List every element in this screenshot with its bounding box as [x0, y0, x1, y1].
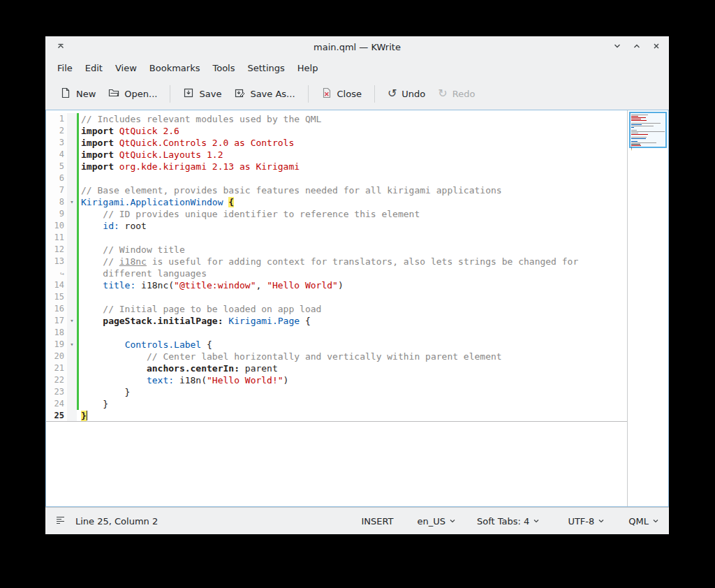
code-text[interactable]: Kirigami.ApplicationWindow {	[79, 196, 627, 208]
code-line-9[interactable]: 9 // ID provides unique identifier to re…	[46, 208, 627, 220]
toolbar-open-button[interactable]: Open...	[102, 82, 163, 105]
code-line-14[interactable]: 14 title: i18nc("@title:window", "Hello …	[46, 279, 627, 291]
fold-toggle-icon[interactable]: ▾	[67, 315, 77, 327]
titlebar[interactable]: main.qml — KWrite	[45, 36, 669, 58]
code-line-1[interactable]: 1// Includes relevant modules used by th…	[46, 113, 627, 125]
line-number[interactable]: 25	[46, 410, 67, 421]
code-line-17[interactable]: 17▾ pageStack.initialPage: Kirigami.Page…	[46, 315, 627, 327]
line-number[interactable]: 9	[46, 208, 67, 220]
code-text[interactable]: // Window title	[79, 244, 627, 256]
code-line-5[interactable]: 5import org.kde.kirigami 2.13 as Kirigam…	[46, 161, 627, 172]
line-number[interactable]: 3	[46, 137, 67, 149]
encoding-dropdown[interactable]: UTF-8	[568, 516, 605, 527]
line-number[interactable]: 7	[46, 184, 67, 196]
code-text[interactable]: }	[79, 386, 627, 398]
code-line-24[interactable]: 24 }	[46, 398, 627, 410]
code-text[interactable]: import QtQuick.Layouts 1.2	[79, 149, 627, 161]
line-number[interactable]: 21	[46, 362, 67, 374]
code-text[interactable]: // Base element, provides basic features…	[79, 184, 627, 196]
keep-above-button[interactable]	[51, 38, 71, 57]
code-text[interactable]: import QtQuick.Controls 2.0 as Controls	[79, 137, 627, 149]
line-number[interactable]: 22	[46, 374, 67, 386]
code-line-2[interactable]: 2import QtQuick 2.6	[46, 125, 627, 137]
code-line-15[interactable]: 15	[46, 291, 627, 303]
statusbar-menu-button[interactable]	[55, 515, 66, 527]
toolbar-save-button[interactable]: Save	[177, 82, 228, 105]
code-text[interactable]: import QtQuick 2.6	[79, 125, 627, 137]
code-text[interactable]: title: i18nc("@title:window", "Hello Wor…	[79, 279, 627, 291]
dictionary-dropdown[interactable]: en_US	[418, 516, 457, 527]
code-line-16[interactable]: 16 // Initial page to be loaded on app l…	[46, 303, 627, 315]
toolbar-save-as-button[interactable]: Save As...	[228, 82, 301, 105]
code-text[interactable]: }	[79, 410, 627, 421]
input-mode-status[interactable]: INSERT	[361, 516, 393, 527]
line-number[interactable]: 11	[46, 232, 67, 244]
toolbar-redo-button[interactable]: ↻Redo	[432, 83, 481, 104]
code-line-8[interactable]: 8▾Kirigami.ApplicationWindow {	[46, 196, 627, 208]
line-number[interactable]: 1	[46, 113, 67, 125]
code-text[interactable]: Controls.Label {	[79, 339, 627, 351]
code-line-23[interactable]: 23 }	[46, 386, 627, 398]
highlight-mode-dropdown[interactable]: QML	[628, 516, 659, 527]
code-text[interactable]: text: i18n("Hello World!")	[79, 374, 627, 386]
code-line-19[interactable]: 19▾ Controls.Label {	[46, 339, 627, 351]
line-number[interactable]: 2	[46, 125, 67, 137]
menu-bookmarks[interactable]: Bookmarks	[143, 60, 207, 76]
cursor-position-status[interactable]: Line 25, Column 2	[75, 516, 158, 527]
line-number[interactable]: 12	[46, 244, 67, 256]
close-button[interactable]	[647, 38, 666, 57]
line-number[interactable]: 16	[46, 303, 67, 315]
code-text[interactable]: // Includes relevant modules used by the…	[79, 113, 627, 125]
line-number[interactable]: 19	[46, 339, 67, 351]
maximize-button[interactable]	[627, 38, 647, 57]
code-line-11[interactable]: 11	[46, 232, 627, 244]
line-number[interactable]: 8	[46, 196, 67, 208]
menu-help[interactable]: Help	[291, 60, 325, 76]
code-text[interactable]	[79, 291, 627, 303]
code-line-21[interactable]: 21 anchors.centerIn: parent	[46, 362, 627, 374]
toolbar-new-button[interactable]: New	[54, 82, 102, 105]
toolbar-undo-button[interactable]: ↺Undo	[381, 83, 432, 104]
minimize-button[interactable]	[607, 38, 627, 57]
line-number[interactable]: 4	[46, 149, 67, 161]
fold-toggle-icon[interactable]: ▾	[67, 196, 77, 208]
fold-toggle-icon[interactable]: ▾	[67, 339, 77, 351]
code-text[interactable]: // i18nc is useful for adding context fo…	[79, 256, 627, 267]
wrap-marker-icon[interactable]: ↪	[46, 267, 67, 279]
code-text[interactable]: // Initial page to be loaded on app load	[79, 303, 627, 315]
line-number[interactable]: 20	[46, 351, 67, 362]
menu-tools[interactable]: Tools	[206, 60, 241, 76]
code-line-7[interactable]: 7// Base element, provides basic feature…	[46, 184, 627, 196]
code-line-wrap[interactable]: ↪ different languages	[46, 267, 627, 279]
line-number[interactable]: 10	[46, 220, 67, 232]
toolbar-close-button[interactable]: Close	[315, 82, 368, 105]
code-line-4[interactable]: 4import QtQuick.Layouts 1.2	[46, 149, 627, 161]
menu-edit[interactable]: Edit	[79, 60, 109, 76]
line-number[interactable]: 24	[46, 398, 67, 410]
line-number[interactable]: 18	[46, 327, 67, 339]
code-line-22[interactable]: 22 text: i18n("Hello World!")	[46, 374, 627, 386]
line-number[interactable]: 15	[46, 291, 67, 303]
line-number[interactable]: 14	[46, 279, 67, 291]
code-line-13[interactable]: 13 // i18nc is useful for adding context…	[46, 256, 627, 267]
code-text[interactable]: // Center label horizontally and vertica…	[79, 351, 627, 362]
line-number[interactable]: 17	[46, 315, 67, 327]
line-number[interactable]: 13	[46, 256, 67, 267]
code-text[interactable]	[79, 327, 627, 339]
code-text[interactable]: anchors.centerIn: parent	[79, 362, 627, 374]
code-line-25[interactable]: 25}	[46, 410, 627, 422]
code-text[interactable]: different languages	[79, 267, 627, 279]
line-number[interactable]: 5	[46, 161, 67, 172]
code-line-6[interactable]: 6	[46, 172, 627, 184]
menu-view[interactable]: View	[109, 60, 143, 76]
code-line-3[interactable]: 3import QtQuick.Controls 2.0 as Controls	[46, 137, 627, 149]
code-line-20[interactable]: 20 // Center label horizontally and vert…	[46, 351, 627, 362]
code-text[interactable]: id: root	[79, 220, 627, 232]
code-text[interactable]	[79, 232, 627, 244]
code-text[interactable]	[79, 172, 627, 184]
code-line-18[interactable]: 18	[46, 327, 627, 339]
code-line-12[interactable]: 12 // Window title	[46, 244, 627, 256]
code-text[interactable]: // ID provides unique identifier to refe…	[79, 208, 627, 220]
text-view[interactable]: 1// Includes relevant modules used by th…	[46, 110, 627, 506]
code-text[interactable]: pageStack.initialPage: Kirigami.Page {	[79, 315, 627, 327]
